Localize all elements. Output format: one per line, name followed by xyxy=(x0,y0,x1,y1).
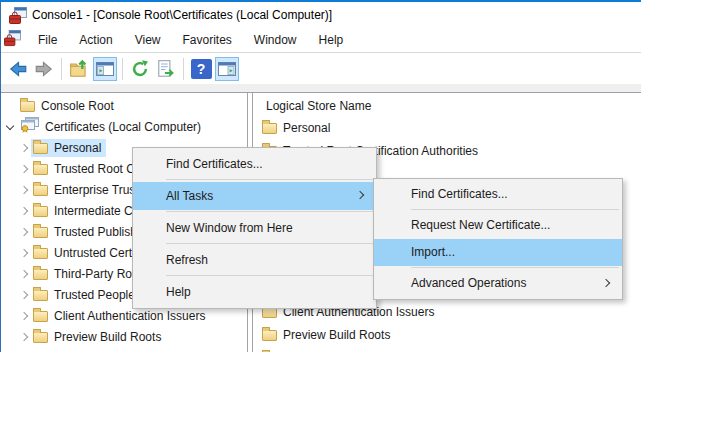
refresh-icon[interactable] xyxy=(128,57,152,81)
desktop-canvas: Console1 - [Console Root\Certificates (L… xyxy=(0,0,705,446)
menu-separator xyxy=(411,209,619,210)
menu-separator xyxy=(166,179,373,180)
show-hide-console-tree-icon[interactable] xyxy=(93,57,117,81)
context-menu-item-find-certificates[interactable]: Find Certificates... xyxy=(133,150,376,178)
tree-item-certificates-local-computer[interactable]: Certificates (Local Computer) xyxy=(1,116,247,137)
show-hide-action-pane-icon[interactable] xyxy=(215,57,239,81)
context-menu: Find Certificates... All Tasks New Windo… xyxy=(132,147,377,309)
export-list-icon[interactable] xyxy=(154,57,178,81)
window-title: Console1 - [Console Root\Certificates (L… xyxy=(32,2,332,28)
back-icon[interactable] xyxy=(6,57,30,81)
folder-icon xyxy=(33,269,48,280)
submenu-item-advanced-operations[interactable]: Advanced Operations xyxy=(374,270,622,297)
tree-item-console-root[interactable]: Console Root xyxy=(1,95,247,116)
menu-favorites[interactable]: Favorites xyxy=(172,28,243,52)
folder-icon xyxy=(33,248,48,259)
chevron-right-icon[interactable] xyxy=(17,246,31,260)
context-menu-item-refresh[interactable]: Refresh xyxy=(133,246,376,274)
folder-icon xyxy=(33,311,48,322)
menu-action[interactable]: Action xyxy=(68,28,123,52)
folder-icon xyxy=(33,206,48,217)
menu-separator xyxy=(166,211,373,212)
folder-icon xyxy=(262,330,277,341)
toolbar-separator xyxy=(61,58,62,80)
menu-view[interactable]: View xyxy=(124,28,172,52)
folder-icon xyxy=(33,143,48,154)
menu-separator xyxy=(166,243,373,244)
column-header-logical-store-name[interactable]: Logical Store Name xyxy=(266,96,371,116)
chevron-right-icon[interactable] xyxy=(17,288,31,302)
certificates-snapin-icon xyxy=(20,117,39,136)
submenu-item-request-new-certificate[interactable]: Request New Certificate... xyxy=(374,212,622,239)
context-menu-item-help[interactable]: Help xyxy=(133,278,376,306)
menu-bar: File Action View Favorites Window Help xyxy=(1,28,641,53)
chevron-right-icon[interactable] xyxy=(17,309,31,323)
chevron-right-icon[interactable] xyxy=(17,183,31,197)
menu-help[interactable]: Help xyxy=(308,28,355,52)
folder-icon xyxy=(33,185,48,196)
up-one-level-icon[interactable] xyxy=(67,57,91,81)
chevron-right-icon[interactable] xyxy=(17,330,31,344)
toolbar: ? xyxy=(1,54,641,84)
submenu-item-find-certificates[interactable]: Find Certificates... xyxy=(374,181,622,208)
toolbar-separator xyxy=(183,58,184,80)
submenu-arrow-icon xyxy=(356,191,364,199)
list-item-preview-build-roots[interactable]: Preview Build Roots xyxy=(262,324,390,346)
context-menu-item-all-tasks[interactable]: All Tasks xyxy=(133,182,376,210)
menu-separator xyxy=(166,275,373,276)
folder-icon xyxy=(262,123,277,134)
title-bar[interactable]: Console1 - [Console Root\Certificates (L… xyxy=(1,2,641,28)
chevron-right-icon[interactable] xyxy=(17,141,31,155)
help-icon[interactable]: ? xyxy=(189,57,213,81)
mmc-window: Console1 - [Console Root\Certificates (L… xyxy=(0,0,641,352)
chevron-down-icon[interactable] xyxy=(4,120,18,134)
submenu-arrow-icon xyxy=(602,278,610,286)
context-menu-item-new-window-from-here[interactable]: New Window from Here xyxy=(133,214,376,242)
all-tasks-submenu: Find Certificates... Request New Certifi… xyxy=(373,178,623,300)
tree-item-preview-build-roots[interactable]: Preview Build Roots xyxy=(1,326,247,347)
mmc-toolbox-icon xyxy=(9,7,27,28)
expander-placeholder xyxy=(4,99,18,113)
submenu-item-import[interactable]: Import... xyxy=(374,239,622,266)
folder-icon xyxy=(20,101,35,112)
child-window-toolbox-icon xyxy=(4,30,21,50)
menu-file[interactable]: File xyxy=(27,28,68,52)
forward-icon[interactable] xyxy=(32,57,56,81)
folder-icon xyxy=(33,227,48,238)
list-item-partial[interactable] xyxy=(262,347,283,352)
chevron-right-icon[interactable] xyxy=(17,162,31,176)
toolbar-bottom-band xyxy=(1,84,641,93)
chevron-right-icon[interactable] xyxy=(17,267,31,281)
chevron-right-icon[interactable] xyxy=(17,225,31,239)
folder-icon xyxy=(33,290,48,301)
list-item-personal[interactable]: Personal xyxy=(262,117,330,139)
folder-icon xyxy=(33,164,48,175)
menu-separator xyxy=(411,267,619,268)
chevron-right-icon[interactable] xyxy=(17,204,31,218)
toolbar-separator xyxy=(122,58,123,80)
folder-icon xyxy=(33,332,48,343)
menu-window[interactable]: Window xyxy=(243,28,308,52)
